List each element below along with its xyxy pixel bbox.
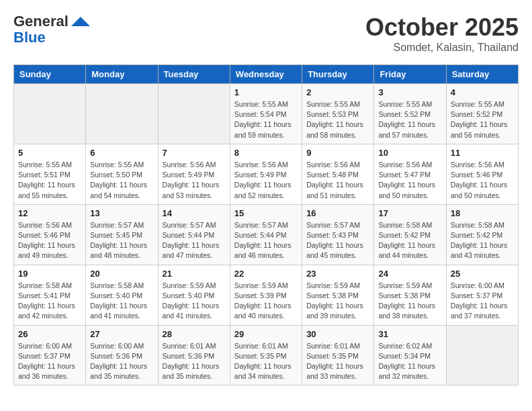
calendar-cell: 5Sunrise: 5:55 AMSunset: 5:51 PMDaylight… [14, 144, 86, 204]
day-number: 1 [234, 87, 298, 97]
calendar-cell: 30Sunrise: 6:01 AMSunset: 5:35 PMDayligh… [302, 325, 374, 385]
day-info: Sunrise: 5:56 AMSunset: 5:46 PMDaylight:… [451, 160, 514, 201]
day-info: Sunrise: 6:01 AMSunset: 5:36 PMDaylight:… [163, 341, 226, 382]
calendar-cell: 15Sunrise: 5:57 AMSunset: 5:44 PMDayligh… [230, 204, 302, 265]
day-info: Sunrise: 6:00 AMSunset: 5:37 PMDaylight:… [451, 281, 514, 322]
day-info: Sunrise: 5:55 AMSunset: 5:54 PMDaylight:… [234, 99, 298, 140]
page-header: General Blue October 2025 Somdet, Kalasi… [13, 13, 519, 54]
day-number: 19 [18, 269, 81, 279]
location-title: Somdet, Kalasin, Thailand [365, 42, 519, 54]
calendar-cell [14, 84, 86, 144]
day-info: Sunrise: 5:59 AMSunset: 5:38 PMDaylight:… [378, 281, 441, 322]
calendar-cell: 27Sunrise: 6:00 AMSunset: 5:36 PMDayligh… [86, 325, 158, 385]
day-info: Sunrise: 5:56 AMSunset: 5:46 PMDaylight:… [18, 220, 81, 261]
day-number: 29 [234, 329, 298, 339]
calendar-cell: 14Sunrise: 5:57 AMSunset: 5:44 PMDayligh… [158, 204, 230, 265]
calendar-cell: 22Sunrise: 5:59 AMSunset: 5:39 PMDayligh… [230, 265, 302, 325]
day-info: Sunrise: 5:58 AMSunset: 5:42 PMDaylight:… [378, 220, 441, 261]
day-number: 31 [378, 329, 441, 339]
logo: General Blue [13, 13, 90, 46]
day-info: Sunrise: 5:58 AMSunset: 5:41 PMDaylight:… [18, 281, 81, 322]
day-info: Sunrise: 5:57 AMSunset: 5:44 PMDaylight:… [163, 220, 226, 261]
weekday-header-thursday: Thursday [302, 65, 374, 84]
day-number: 16 [306, 208, 369, 218]
day-number: 28 [163, 329, 226, 339]
day-number: 26 [18, 329, 81, 339]
logo-blue: Blue [13, 30, 46, 46]
day-info: Sunrise: 5:56 AMSunset: 5:47 PMDaylight:… [378, 160, 441, 201]
calendar-cell: 19Sunrise: 5:58 AMSunset: 5:41 PMDayligh… [14, 265, 86, 325]
calendar-cell: 12Sunrise: 5:56 AMSunset: 5:46 PMDayligh… [14, 204, 86, 265]
day-info: Sunrise: 5:59 AMSunset: 5:39 PMDaylight:… [234, 281, 298, 322]
weekday-header-saturday: Saturday [446, 65, 518, 84]
day-info: Sunrise: 5:58 AMSunset: 5:40 PMDaylight:… [90, 281, 153, 322]
calendar-cell: 31Sunrise: 6:02 AMSunset: 5:34 PMDayligh… [374, 325, 446, 385]
day-info: Sunrise: 5:57 AMSunset: 5:45 PMDaylight:… [90, 220, 153, 261]
svg-marker-0 [71, 17, 90, 26]
day-info: Sunrise: 5:56 AMSunset: 5:49 PMDaylight:… [163, 160, 226, 201]
calendar-cell [158, 84, 230, 144]
calendar-cell: 28Sunrise: 6:01 AMSunset: 5:36 PMDayligh… [158, 325, 230, 385]
calendar-cell: 25Sunrise: 6:00 AMSunset: 5:37 PMDayligh… [446, 265, 518, 325]
calendar-cell: 7Sunrise: 5:56 AMSunset: 5:49 PMDaylight… [158, 144, 230, 204]
day-info: Sunrise: 6:00 AMSunset: 5:37 PMDaylight:… [18, 341, 81, 382]
calendar-cell: 23Sunrise: 5:59 AMSunset: 5:38 PMDayligh… [302, 265, 374, 325]
day-info: Sunrise: 6:02 AMSunset: 5:34 PMDaylight:… [378, 341, 441, 382]
day-number: 9 [306, 148, 369, 158]
calendar-cell: 3Sunrise: 5:55 AMSunset: 5:52 PMDaylight… [374, 84, 446, 144]
calendar-cell: 17Sunrise: 5:58 AMSunset: 5:42 PMDayligh… [374, 204, 446, 265]
day-number: 6 [90, 148, 153, 158]
calendar-cell: 9Sunrise: 5:56 AMSunset: 5:48 PMDaylight… [302, 144, 374, 204]
calendar-cell: 29Sunrise: 6:01 AMSunset: 5:35 PMDayligh… [230, 325, 302, 385]
day-number: 3 [378, 87, 441, 97]
day-number: 10 [378, 148, 441, 158]
day-number: 24 [378, 269, 441, 279]
day-number: 15 [234, 208, 298, 218]
day-info: Sunrise: 5:59 AMSunset: 5:40 PMDaylight:… [163, 281, 226, 322]
day-info: Sunrise: 5:55 AMSunset: 5:52 PMDaylight:… [378, 99, 441, 140]
day-number: 22 [234, 269, 298, 279]
day-number: 14 [163, 208, 226, 218]
calendar-cell: 2Sunrise: 5:55 AMSunset: 5:53 PMDaylight… [302, 84, 374, 144]
calendar-cell: 8Sunrise: 5:56 AMSunset: 5:49 PMDaylight… [230, 144, 302, 204]
day-info: Sunrise: 5:58 AMSunset: 5:42 PMDaylight:… [451, 220, 514, 261]
day-number: 27 [90, 329, 153, 339]
day-info: Sunrise: 5:55 AMSunset: 5:52 PMDaylight:… [451, 99, 514, 140]
day-number: 18 [451, 208, 514, 218]
weekday-header-wednesday: Wednesday [230, 65, 302, 84]
calendar-cell: 1Sunrise: 5:55 AMSunset: 5:54 PMDaylight… [230, 84, 302, 144]
weekday-header-sunday: Sunday [14, 65, 86, 84]
calendar-cell: 26Sunrise: 6:00 AMSunset: 5:37 PMDayligh… [14, 325, 86, 385]
calendar-cell [86, 84, 158, 144]
day-info: Sunrise: 5:55 AMSunset: 5:51 PMDaylight:… [18, 160, 81, 201]
calendar-cell [446, 325, 518, 385]
calendar-cell: 16Sunrise: 5:57 AMSunset: 5:43 PMDayligh… [302, 204, 374, 265]
calendar-table: SundayMondayTuesdayWednesdayThursdayFrid… [13, 64, 519, 385]
weekday-header-friday: Friday [374, 65, 446, 84]
calendar-cell: 4Sunrise: 5:55 AMSunset: 5:52 PMDaylight… [446, 84, 518, 144]
day-number: 13 [90, 208, 153, 218]
day-number: 20 [90, 269, 153, 279]
day-number: 12 [18, 208, 81, 218]
day-number: 30 [306, 329, 369, 339]
day-number: 25 [451, 269, 514, 279]
day-info: Sunrise: 6:00 AMSunset: 5:36 PMDaylight:… [90, 341, 153, 382]
day-number: 4 [451, 87, 514, 97]
day-info: Sunrise: 5:55 AMSunset: 5:53 PMDaylight:… [306, 99, 369, 140]
month-title: October 2025 [365, 13, 519, 42]
calendar-cell: 21Sunrise: 5:59 AMSunset: 5:40 PMDayligh… [158, 265, 230, 325]
weekday-header-tuesday: Tuesday [158, 65, 230, 84]
day-number: 5 [18, 148, 81, 158]
title-area: October 2025 Somdet, Kalasin, Thailand [365, 13, 519, 54]
logo-arrow-icon [71, 17, 90, 26]
day-info: Sunrise: 5:57 AMSunset: 5:43 PMDaylight:… [306, 220, 369, 261]
day-info: Sunrise: 5:59 AMSunset: 5:38 PMDaylight:… [306, 281, 369, 322]
day-number: 23 [306, 269, 369, 279]
calendar-cell: 11Sunrise: 5:56 AMSunset: 5:46 PMDayligh… [446, 144, 518, 204]
day-info: Sunrise: 6:01 AMSunset: 5:35 PMDaylight:… [306, 341, 369, 382]
day-info: Sunrise: 5:56 AMSunset: 5:49 PMDaylight:… [234, 160, 298, 201]
day-info: Sunrise: 5:55 AMSunset: 5:50 PMDaylight:… [90, 160, 153, 201]
day-number: 11 [451, 148, 514, 158]
day-info: Sunrise: 5:57 AMSunset: 5:44 PMDaylight:… [234, 220, 298, 261]
day-info: Sunrise: 6:01 AMSunset: 5:35 PMDaylight:… [234, 341, 298, 382]
